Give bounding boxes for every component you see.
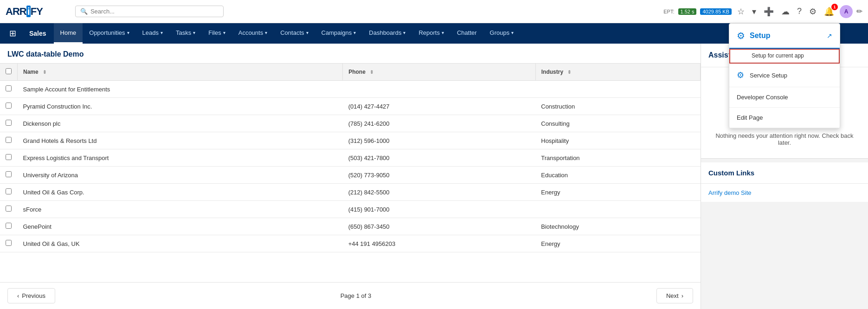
table-row[interactable]: GenePoint(650) 867-3450Biotechnology	[0, 218, 701, 235]
row-phone: (014) 427-4427	[343, 98, 536, 115]
service-setup-gear-icon: ⚙	[737, 70, 744, 80]
app-name[interactable]: Sales	[22, 30, 54, 37]
row-checkbox[interactable]	[6, 240, 12, 246]
row-checkbox[interactable]	[6, 85, 12, 91]
row-checkbox-cell[interactable]	[0, 201, 18, 218]
pencil-icon[interactable]: ✏	[856, 7, 862, 16]
table-row[interactable]: University of Arizona(520) 773-9050Educa…	[0, 167, 701, 184]
sort-name-icon[interactable]: ⇕	[43, 70, 46, 75]
custom-links-title: Custom Links	[701, 162, 868, 184]
row-checkbox[interactable]	[6, 188, 12, 194]
nav-item-dashboards[interactable]: Dashboards ▾	[362, 23, 412, 44]
row-checkbox-cell[interactable]	[0, 235, 18, 252]
dropdown-button[interactable]: ▾	[750, 6, 758, 18]
table-row[interactable]: sForce(415) 901-7000	[0, 201, 701, 218]
setup-item-service-setup[interactable]: ⚙ Service Setup	[729, 64, 840, 87]
logo: ARRiFY	[6, 6, 43, 18]
row-name: United Oil & Gas Corp.	[18, 184, 343, 201]
nav-item-accounts[interactable]: Accounts ▾	[232, 23, 274, 44]
nav-label-leads: Leads	[142, 29, 159, 36]
nav-item-campaigns[interactable]: Campaigns ▾	[315, 23, 363, 44]
row-checkbox[interactable]	[6, 137, 12, 143]
row-checkbox[interactable]	[6, 206, 12, 212]
row-checkbox-cell[interactable]	[0, 132, 18, 149]
row-industry: Construction	[535, 98, 700, 115]
nav-label-groups: Groups	[490, 29, 510, 36]
nav-item-groups[interactable]: Groups ▾	[483, 23, 521, 44]
add-button[interactable]: ➕	[762, 6, 776, 18]
row-checkbox-cell[interactable]	[0, 218, 18, 235]
nav-label-contacts: Contacts	[280, 29, 304, 36]
col-header-phone[interactable]: Phone ⇕	[343, 64, 536, 81]
col-header-industry[interactable]: Industry ⇕	[535, 64, 700, 81]
row-phone	[343, 81, 536, 98]
nav-item-files[interactable]: Files ▾	[202, 23, 231, 44]
table-row[interactable]: Grand Hotels & Resorts Ltd(312) 596-1000…	[0, 132, 701, 149]
row-checkbox[interactable]	[6, 223, 12, 229]
previous-button[interactable]: ‹ Previous	[7, 288, 55, 303]
table-row[interactable]: Dickenson plc(785) 241-6200Consulting	[0, 115, 701, 132]
row-checkbox-cell[interactable]	[0, 115, 18, 132]
row-checkbox-cell[interactable]	[0, 149, 18, 167]
arrify-demo-link[interactable]: Arrify demo Site	[708, 189, 751, 196]
setup-item-edit-page[interactable]: Edit Page	[729, 108, 840, 128]
row-name: Pyramid Construction Inc.	[18, 98, 343, 115]
notification-count: 1	[831, 4, 838, 10]
row-checkbox-cell[interactable]	[0, 184, 18, 201]
row-industry	[535, 201, 700, 218]
avatar[interactable]: A	[840, 5, 853, 18]
col-header-name[interactable]: Name ⇕	[18, 64, 343, 81]
row-checkbox-cell[interactable]	[0, 98, 18, 115]
nav-label-campaigns: Campaigns	[321, 29, 352, 36]
nav-item-contacts[interactable]: Contacts ▾	[274, 23, 315, 44]
nav-item-home[interactable]: Home	[54, 23, 83, 44]
setup-item-developer-console[interactable]: Developer Console	[729, 87, 840, 108]
row-phone: (312) 596-1000	[343, 132, 536, 149]
select-all-header[interactable]	[0, 64, 18, 81]
table-header-row: Name ⇕ Phone ⇕ Industry ⇕	[0, 64, 701, 81]
table-row[interactable]: Sample Account for Entitlements	[0, 81, 701, 98]
apps-grid-icon[interactable]: ⊞	[4, 28, 22, 39]
service-setup-label: Service Setup	[750, 72, 787, 79]
gear-button[interactable]: ⚙	[807, 6, 818, 18]
help-button[interactable]: ?	[795, 6, 804, 17]
table-row[interactable]: Express Logistics and Transport(503) 421…	[0, 149, 701, 167]
nav-label-home: Home	[60, 29, 77, 36]
nav-item-opportunities[interactable]: Opportunities ▾	[83, 23, 135, 44]
ept-label: EPT:	[663, 9, 674, 14]
row-checkbox[interactable]	[6, 103, 12, 109]
row-checkbox[interactable]	[6, 154, 12, 160]
sort-phone-icon[interactable]: ⇕	[370, 70, 373, 75]
table-row[interactable]: Pyramid Construction Inc.(014) 427-4427C…	[0, 98, 701, 115]
external-link-icon[interactable]: ↗	[827, 32, 832, 39]
row-name: Dickenson plc	[18, 115, 343, 132]
nav-item-leads[interactable]: Leads ▾	[136, 23, 169, 44]
setup-dropdown-header[interactable]: ⚙ Setup ↗	[729, 24, 840, 49]
notification-bell[interactable]: 🔔 1	[822, 6, 836, 18]
row-name: Express Logistics and Transport	[18, 149, 343, 167]
row-checkbox[interactable]	[6, 120, 12, 126]
row-industry: Energy	[535, 235, 700, 252]
nav-item-reports[interactable]: Reports ▾	[412, 23, 450, 44]
sort-industry-icon[interactable]: ⇕	[567, 70, 571, 75]
nav-label-accounts: Accounts	[238, 29, 263, 36]
nav-item-chatter[interactable]: Chatter	[450, 23, 483, 44]
row-checkbox-cell[interactable]	[0, 167, 18, 184]
search-bar[interactable]: 🔍	[75, 6, 224, 17]
table-title: LWC data-table Demo	[0, 44, 701, 64]
previous-label: Previous	[22, 292, 45, 299]
table-row[interactable]: United Oil & Gas Corp.(212) 842-5500Ener…	[0, 184, 701, 201]
chevron-files: ▾	[223, 30, 225, 35]
star-button[interactable]: ☆	[735, 6, 746, 18]
table-row[interactable]: United Oil & Gas, UK+44 191 4956203Energ…	[0, 235, 701, 252]
select-all-checkbox[interactable]	[6, 68, 12, 74]
row-phone: (785) 241-6200	[343, 115, 536, 132]
row-checkbox-cell[interactable]	[0, 81, 18, 98]
search-input[interactable]	[90, 8, 219, 15]
cloud-button[interactable]: ☁	[779, 6, 791, 18]
nav-item-tasks[interactable]: Tasks ▾	[169, 23, 202, 44]
row-phone: +44 191 4956203	[343, 235, 536, 252]
chevron-groups: ▾	[511, 30, 514, 35]
next-button[interactable]: Next ›	[656, 288, 693, 303]
row-checkbox[interactable]	[6, 171, 12, 177]
